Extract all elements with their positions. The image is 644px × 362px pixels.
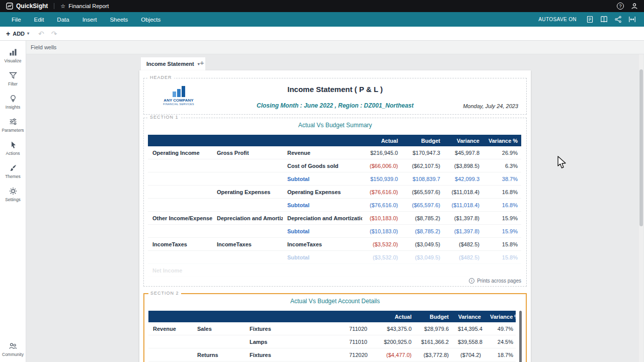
table-cell: $42,099.3 <box>445 176 484 182</box>
table-header-row: ActualBudgetVarianceVariance % <box>148 311 516 322</box>
table-cell: 15.8% <box>484 254 522 260</box>
report-title: Income Statement ( P & L ) <box>144 85 526 94</box>
table-cell: ($8,785.2) <box>403 228 445 234</box>
menu-data[interactable]: Data <box>50 17 75 23</box>
table-row[interactable]: Operating IncomeGross ProfitRevenue$216,… <box>148 146 521 159</box>
pages-icon[interactable] <box>586 16 594 23</box>
table-cell: ($3,049.5) <box>403 254 445 260</box>
fit-to-width-icon[interactable] <box>628 16 636 23</box>
table-row[interactable]: Operating ExpensesOperating Expenses($76… <box>148 186 521 199</box>
table-cell: Returns <box>193 352 245 358</box>
table-cell: ($4,477.0) <box>378 352 416 358</box>
table-cell: Subtotal <box>283 254 362 260</box>
table-cell: Fixtures <box>245 352 345 358</box>
scrollbar-thumb[interactable] <box>519 311 522 362</box>
menu-insert[interactable]: Insert <box>76 17 104 23</box>
table-cell: $200,925.0 <box>378 339 416 345</box>
table-cell: ($3,049.5) <box>403 241 445 247</box>
table-cell: 6.3% <box>484 163 522 169</box>
section-label: SECTION 1 <box>148 115 181 120</box>
table-cell: Actual <box>378 314 416 320</box>
redo-icon[interactable]: ↷ <box>51 30 57 38</box>
sidebar-item-settings[interactable]: Settings <box>0 187 26 202</box>
sidebar-item-actions[interactable]: Actions <box>0 140 26 156</box>
table-cell: Variance % <box>486 314 518 320</box>
details-section[interactable]: SECTION 2 Actual Vs Budget Account Detai… <box>143 293 527 362</box>
table-cell: Other Income/Expensess <box>148 215 212 221</box>
scrollbar-thumb[interactable] <box>639 69 643 226</box>
table-row[interactable]: Subtotal($3,532.0)($3,049.5)($482.5)15.8… <box>148 251 521 264</box>
sliders-icon <box>9 117 18 126</box>
sidebar-item-themes[interactable]: Themes <box>0 163 26 179</box>
table-row[interactable]: Net Income <box>148 264 521 277</box>
table-scrollbar[interactable] <box>519 311 522 362</box>
table-row[interactable]: Lamps711010$200,925.0$161,366.2$39,558.8… <box>148 335 516 348</box>
sidebar-item-filter[interactable]: Filter <box>0 71 26 86</box>
sidebar-item-community[interactable]: Community <box>0 341 26 357</box>
table-cell: Budget <box>403 138 445 144</box>
table-cell: Operating Expenses <box>212 189 283 195</box>
table-cell: Depreciation and Amortization <box>283 215 362 221</box>
table-cell: 38.7% <box>484 176 522 182</box>
sidebar-item-parameters[interactable]: Parameters <box>0 117 26 133</box>
menu-sheets[interactable]: Sheets <box>103 17 134 23</box>
menu-edit[interactable]: Edit <box>28 17 51 23</box>
add-button[interactable]: + ADD ▾ <box>6 30 29 38</box>
chevron-down-icon: ▾ <box>27 31 29 36</box>
table-cell: Gross Profit <box>212 150 283 156</box>
table-cell: ($482.5) <box>445 254 484 260</box>
app-name[interactable]: QuickSight <box>16 3 48 10</box>
table-row[interactable]: RevenueSalesFixtures711020$43,375.0$28,9… <box>148 322 516 335</box>
analysis-canvas: Income Statement ▾ + HEADER ANY COMPANY … <box>26 54 644 362</box>
lightbulb-icon <box>9 94 18 103</box>
bar-chart-icon <box>9 48 18 57</box>
mouse-cursor <box>557 156 567 169</box>
table-cell: Operating Expenses <box>283 189 362 195</box>
report-header-section[interactable]: HEADER ANY COMPANY FINANCIAL SERVICES In… <box>143 78 527 115</box>
report-name: Financial Report <box>68 3 109 9</box>
help-icon[interactable]: ? <box>617 3 624 10</box>
table-cell: Variance <box>453 314 486 320</box>
table-row[interactable]: Subtotal$150,939.0$108,839.7$42,099.338.… <box>148 172 521 186</box>
field-wells-bar[interactable]: Field wells <box>26 41 644 54</box>
paintbrush-icon <box>9 163 18 172</box>
table-row[interactable]: Other Income/ExpensessDepreciation and A… <box>148 212 521 225</box>
table-cell: ($11,018.4) <box>445 202 484 208</box>
table-cell: $45,997.8 <box>445 150 484 156</box>
table-cell: Net Income <box>148 267 212 274</box>
table-row[interactable]: Subtotal($76,616.0)($65,597.6)($11,018.4… <box>148 199 521 212</box>
table-row[interactable]: Subtotal($10,183.0)($8,785.2)($1,397.8)1… <box>148 225 521 238</box>
table-cell: ($482.5) <box>445 241 484 247</box>
user-icon[interactable] <box>631 3 638 10</box>
app-window: QuickSight ☆ Financial Report ? File Edi… <box>0 0 644 362</box>
share-icon[interactable] <box>614 16 622 23</box>
funnel-icon <box>9 71 18 80</box>
gear-icon <box>9 187 18 196</box>
table-cell: 15.8% <box>484 241 522 247</box>
report-page: HEADER ANY COMPANY FINANCIAL SERVICES In… <box>139 70 531 362</box>
summary-table: ActualBudgetVarianceVariance %Operating … <box>148 135 521 277</box>
sidebar-item-insights[interactable]: Insights <box>0 94 26 110</box>
menu-objects[interactable]: Objects <box>134 17 167 23</box>
add-sheet-button[interactable]: + <box>200 58 204 67</box>
undo-icon[interactable]: ↶ <box>38 30 44 38</box>
table-cell: Cost of Goods sold <box>283 163 362 169</box>
canvas-scrollbar[interactable] <box>639 54 643 362</box>
table-cell: Revenue <box>283 150 362 156</box>
table-row[interactable]: Cost of Goods sold($66,006.0)($62,107.5)… <box>148 159 521 172</box>
menu-file[interactable]: File <box>5 17 28 23</box>
autosave-status[interactable]: AUTOSAVE ON <box>538 17 577 22</box>
table-cell: $108,839.7 <box>403 176 445 182</box>
favorite-star-icon[interactable]: ☆ <box>60 3 65 10</box>
table-row[interactable]: IncomeTaxesIncomeTaxesIncomeTaxes($3,532… <box>148 238 521 251</box>
pointer-icon <box>9 140 18 149</box>
plus-icon: + <box>6 30 10 38</box>
table-cell: Depreciation and Amortization <box>212 215 283 221</box>
sidebar-item-visualize[interactable]: Visualize <box>0 48 26 63</box>
add-button-label: ADD <box>13 31 25 37</box>
info-icon: i <box>469 278 474 284</box>
table-row[interactable]: ReturnsFixtures712020($4,477.0)($3,772.8… <box>148 348 516 361</box>
preview-icon[interactable] <box>600 16 608 23</box>
sheet-tab[interactable]: Income Statement ▾ <box>141 57 205 70</box>
summary-section[interactable]: SECTION 1 Actual Vs Budget Summary Actua… <box>143 118 527 287</box>
